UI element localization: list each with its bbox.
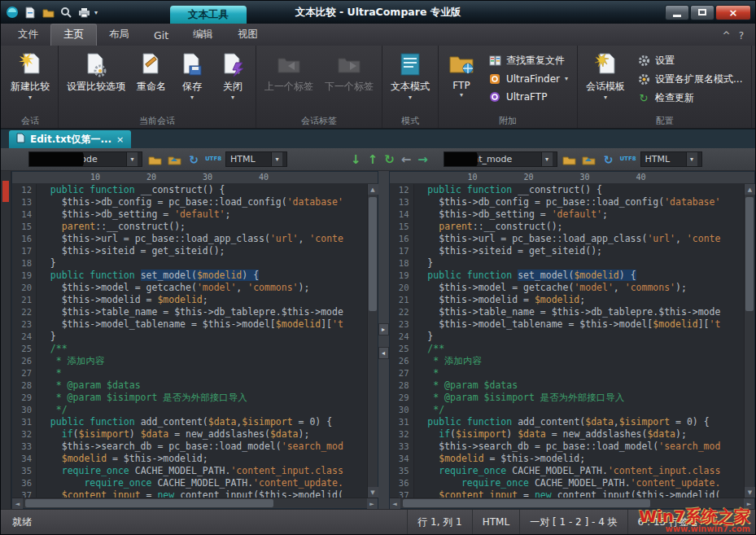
session-template-button[interactable]: 会话模板 ▾ xyxy=(580,48,631,116)
close-tab-icon[interactable]: × xyxy=(116,134,124,145)
scroll-left-icon[interactable]: ◄ xyxy=(390,498,400,509)
left-editor-pane: 10203040 1213141516171819202122232425262… xyxy=(11,171,378,509)
merge-to-right-icon[interactable]: ▸ xyxy=(378,323,389,335)
new-file-icon[interactable] xyxy=(23,5,37,20)
left-code-area[interactable]: public function __construct() { $this->d… xyxy=(37,184,367,498)
utf8-encoding-icon[interactable]: UTF8 xyxy=(206,152,221,167)
close-session-button[interactable]: 关闭 ▾ xyxy=(212,48,253,116)
scroll-right-icon[interactable]: ► xyxy=(367,498,378,509)
close-session-icon xyxy=(221,50,244,78)
customize-quick-access-icon[interactable]: ▾ xyxy=(94,9,98,16)
compare-options-button[interactable]: 设置比较选项 xyxy=(61,48,131,116)
chevron-down-icon[interactable]: ▾ xyxy=(686,152,697,166)
left-vertical-scrollbar[interactable]: ▲ ▼ xyxy=(367,184,378,498)
next-difference-icon[interactable]: ↓ xyxy=(351,152,361,167)
tab-git[interactable]: Git xyxy=(142,26,181,46)
status-bar: 就绪 行 1, 列 1 HTML 一对 [ 1 - 2 ] - 4 块 6 : … xyxy=(1,509,755,534)
right-vertical-scrollbar[interactable]: ▲ ▼ xyxy=(744,184,754,498)
tab-file[interactable]: 文件 xyxy=(6,24,50,46)
left-syntax-combobox[interactable]: HTML ▾ xyxy=(225,151,287,167)
folder-up-icon[interactable] xyxy=(582,152,596,167)
ribbon-group-session: 新建比较 ▾ 会话 xyxy=(2,46,59,128)
chevron-down-icon[interactable]: ▾ xyxy=(271,152,282,166)
previous-difference-icon[interactable]: ↑ xyxy=(368,152,378,167)
collapse-ribbon-icon[interactable]: ^ xyxy=(723,30,731,42)
merge-navigation-toolbar: ↓ ↑ ↻ ← → xyxy=(341,152,439,167)
right-path-combobox[interactable]: content_mode ▾ xyxy=(444,151,557,167)
new-compare-button[interactable]: 新建比较 ▾ xyxy=(5,48,55,116)
close-button[interactable]: × xyxy=(715,5,751,20)
left-horizontal-scrollbar[interactable]: ◄ ► xyxy=(12,498,378,508)
tab-edit[interactable]: 编辑 xyxy=(181,24,225,46)
sync-refresh-icon[interactable]: ↻ xyxy=(601,152,616,167)
app-logo-icon[interactable] xyxy=(5,5,20,20)
context-tab-text-tools[interactable]: 文本工具 xyxy=(170,6,247,24)
open-folder-icon[interactable] xyxy=(147,152,162,167)
next-tab-icon xyxy=(337,50,361,78)
chevron-down-icon[interactable]: ▾ xyxy=(541,152,553,166)
ultrafinder-button[interactable]: UltraFinder ▾ xyxy=(485,72,571,86)
ribbon-group-extras: FTP ▾ 查找重复文件 UltraFinder ▾ UltraFTP 附加 xyxy=(439,46,578,128)
open-file-icon[interactable] xyxy=(41,5,55,20)
dropdown-arrow-icon: ▾ xyxy=(604,95,607,100)
diff-overview-map[interactable] xyxy=(1,171,11,509)
scrollbar-thumb[interactable] xyxy=(25,499,273,507)
scrollbar-thumb[interactable] xyxy=(403,499,651,507)
scroll-right-icon[interactable]: ► xyxy=(744,498,754,509)
window-title: 文本比较 - UltraCompare 专业版 xyxy=(1,6,755,20)
open-folder-icon[interactable] xyxy=(562,152,577,167)
save-button[interactable]: 保存 ▾ xyxy=(172,48,212,116)
scroll-up-icon[interactable]: ▲ xyxy=(368,184,378,195)
quick-access-toolbar: ▾ xyxy=(1,5,98,20)
chevron-down-icon[interactable]: ▾ xyxy=(126,152,138,166)
gear-icon xyxy=(637,55,650,68)
help-icon[interactable]: ? xyxy=(739,30,744,42)
ftp-button[interactable]: FTP ▾ xyxy=(441,48,482,116)
right-code-area[interactable]: public function __construct() { $this->d… xyxy=(414,184,745,498)
new-compare-icon xyxy=(18,50,42,78)
search-icon[interactable] xyxy=(59,5,73,20)
save-icon xyxy=(181,50,203,78)
ultraftp-button[interactable]: UltraFTP xyxy=(485,90,571,104)
folder-up-icon[interactable] xyxy=(167,152,181,167)
next-tab-button[interactable]: 下一个标签 xyxy=(319,48,379,116)
text-mode-button[interactable]: 文本模式 ▾ xyxy=(385,48,435,116)
left-path-combobox[interactable]: content_mode ▾ xyxy=(28,151,142,167)
compare-editors: 10203040 1213141516171819202122232425262… xyxy=(1,171,755,509)
scroll-left-icon[interactable]: ◄ xyxy=(12,498,23,509)
document-tab[interactable]: Edit.txt仅第一... × xyxy=(9,130,131,148)
find-duplicates-button[interactable]: 查找重复文件 xyxy=(485,53,571,68)
maximize-button[interactable] xyxy=(690,5,714,20)
settings-button[interactable]: 设置 xyxy=(634,53,745,68)
scrollbar-thumb[interactable] xyxy=(369,197,377,311)
utf8-encoding-icon[interactable]: UTF8 xyxy=(621,152,636,167)
gear-doc-icon xyxy=(637,73,650,86)
extension-mode-settings-button[interactable]: 设置各扩展名模式... xyxy=(634,72,745,87)
scrollbar-thumb[interactable] xyxy=(745,197,754,311)
scroll-down-icon[interactable]: ▼ xyxy=(368,487,378,498)
status-syntax[interactable]: HTML xyxy=(472,510,519,534)
tab-view[interactable]: 视图 xyxy=(225,24,270,46)
center-gutter: ▸ ◂ xyxy=(378,171,389,509)
previous-tab-button[interactable]: 上一个标签 xyxy=(259,48,319,116)
ribbon-group-config: 会话模板 ▾ 设置 设置各扩展名模式... ↻ 检查更新 配置 xyxy=(578,46,752,128)
print-icon[interactable] xyxy=(76,5,91,20)
dropdown-arrow-icon: ▾ xyxy=(231,95,234,100)
recompare-icon[interactable]: ↻ xyxy=(384,152,395,167)
right-pane-toolbar: content_mode ▾ ↻ UTF8 HTML ▾ xyxy=(439,151,756,167)
merge-right-icon[interactable]: → xyxy=(417,152,428,167)
right-syntax-combobox[interactable]: HTML ▾ xyxy=(640,151,702,167)
tab-home[interactable]: 主页 xyxy=(50,24,97,46)
right-horizontal-scrollbar[interactable]: ◄ ► xyxy=(390,498,755,508)
sync-refresh-icon[interactable]: ↻ xyxy=(186,152,201,167)
scroll-down-icon[interactable]: ▼ xyxy=(745,487,755,498)
tab-layout[interactable]: 布局 xyxy=(97,24,142,46)
check-update-button[interactable]: ↻ 检查更新 xyxy=(634,90,745,106)
merge-to-left-icon[interactable]: ◂ xyxy=(378,347,389,359)
merge-left-icon[interactable]: ← xyxy=(401,152,412,167)
pane-toolbars: content_mode ▾ ↻ UTF8 HTML ▾ ↓ ↑ ↻ ← → c… xyxy=(1,148,755,171)
rename-button[interactable]: 重命名 xyxy=(131,48,172,116)
minimize-button[interactable] xyxy=(665,5,689,20)
status-spacer xyxy=(708,510,755,534)
scroll-up-icon[interactable]: ▲ xyxy=(745,184,755,195)
